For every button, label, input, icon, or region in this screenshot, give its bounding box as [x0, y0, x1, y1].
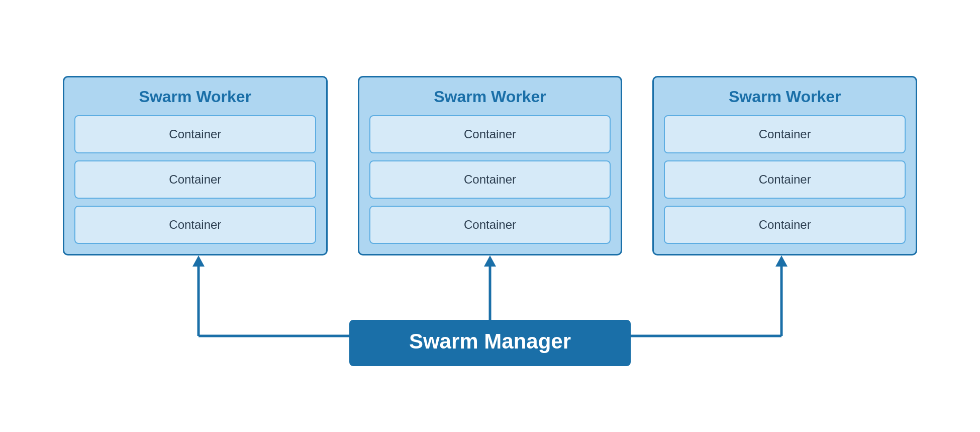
worker-1-containers: Container Container Container — [74, 115, 316, 244]
worker-1-container-3: Container — [74, 206, 316, 244]
worker-1-title: Swarm Worker — [74, 88, 316, 106]
svg-marker-5 — [775, 255, 788, 267]
worker-2-title: Swarm Worker — [369, 88, 611, 106]
worker-3-containers: Container Container Container — [664, 115, 906, 244]
worker-2-container-3: Container — [369, 206, 611, 244]
diagram-container: Swarm Worker Container Container Contain… — [63, 76, 917, 356]
worker-3-container-1: Container — [664, 115, 906, 153]
svg-marker-3 — [484, 255, 496, 267]
worker-1-container-2: Container — [74, 160, 316, 199]
worker-2-container-2: Container — [369, 160, 611, 199]
svg-marker-1 — [192, 255, 205, 267]
swarm-worker-3: Swarm Worker Container Container Contain… — [652, 76, 917, 255]
worker-1-container-1: Container — [74, 115, 316, 153]
swarm-worker-2: Swarm Worker Container Container Contain… — [358, 76, 623, 255]
worker-2-containers: Container Container Container — [369, 115, 611, 244]
swarm-worker-1: Swarm Worker Container Container Contain… — [63, 76, 328, 255]
worker-3-title: Swarm Worker — [664, 88, 906, 106]
worker-3-container-3: Container — [664, 206, 906, 244]
worker-3-container-2: Container — [664, 160, 906, 199]
connections-svg: Swarm Manager — [63, 255, 917, 356]
workers-row: Swarm Worker Container Container Contain… — [63, 76, 917, 255]
manager-label: Swarm Manager — [409, 329, 571, 353]
worker-2-container-1: Container — [369, 115, 611, 153]
